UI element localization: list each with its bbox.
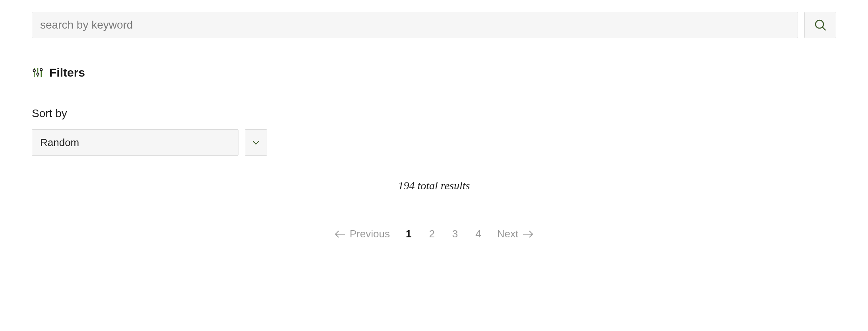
page-4[interactable]: 4 [474, 228, 482, 240]
sort-section: Sort by Random [32, 107, 836, 156]
results-count: 194 total results [32, 179, 836, 192]
pagination: Previous 1 2 3 4 Next [32, 228, 836, 240]
pagination-next-label: Next [497, 228, 518, 240]
svg-line-1 [822, 27, 825, 30]
sort-label: Sort by [32, 107, 836, 120]
sliders-icon [32, 67, 44, 79]
pagination-prev-label: Previous [350, 228, 390, 240]
pagination-previous[interactable]: Previous [335, 228, 390, 240]
sort-dropdown-button[interactable] [245, 129, 267, 156]
search-row [32, 12, 836, 38]
pagination-next[interactable]: Next [497, 228, 533, 240]
sort-selected-value: Random [40, 137, 79, 149]
chevron-down-icon [251, 138, 261, 147]
arrow-right-icon [522, 230, 533, 238]
page-2[interactable]: 2 [427, 228, 436, 240]
filters-toggle[interactable]: Filters [32, 66, 836, 79]
svg-point-7 [40, 69, 43, 71]
sort-control: Random [32, 129, 836, 156]
sort-select[interactable]: Random [32, 129, 238, 156]
search-button[interactable] [804, 12, 836, 38]
page-1[interactable]: 1 [404, 228, 413, 240]
svg-point-5 [37, 73, 39, 75]
search-input[interactable] [32, 12, 798, 38]
page-3[interactable]: 3 [451, 228, 459, 240]
filters-label: Filters [49, 66, 85, 79]
svg-point-3 [33, 69, 36, 72]
arrow-left-icon [335, 230, 346, 238]
search-icon [814, 19, 827, 31]
svg-point-0 [816, 20, 823, 28]
